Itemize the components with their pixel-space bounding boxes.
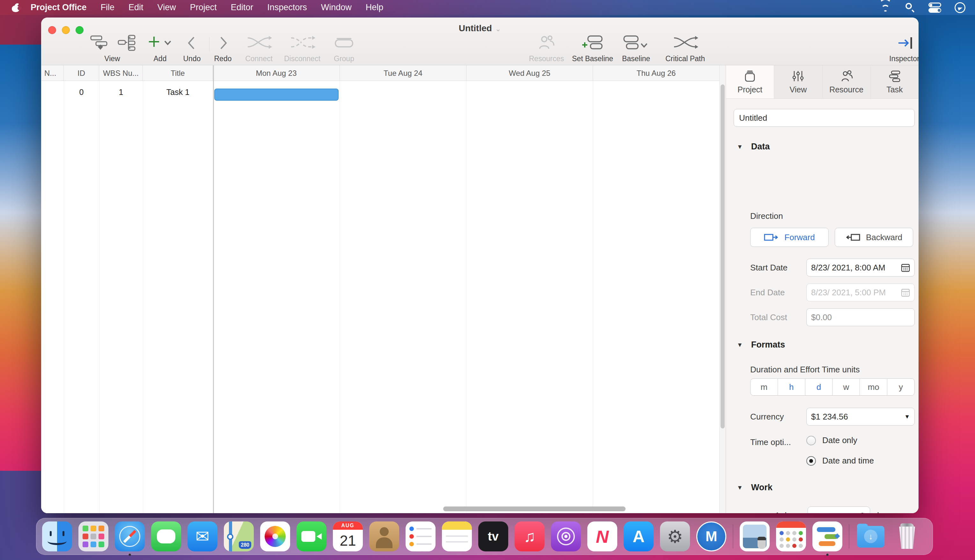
radio-unselected-icon[interactable] — [806, 436, 816, 445]
critical-path-button[interactable]: Critical Path — [666, 34, 705, 63]
unit-m[interactable]: m — [751, 379, 778, 395]
dock-news-icon[interactable]: N — [587, 522, 617, 552]
inspectors-icon[interactable] — [896, 34, 916, 52]
set-baseline-icon[interactable] — [579, 34, 607, 52]
unit-w[interactable]: w — [833, 379, 860, 395]
window-title: Untitled⌄ — [41, 23, 918, 33]
menu-item-window[interactable]: Window — [321, 3, 352, 12]
column-header-title[interactable]: Title — [143, 65, 213, 81]
disclosure-triangle-icon[interactable]: ▼ — [737, 342, 743, 348]
menu-item-inspectors[interactable]: Inspectors — [267, 3, 307, 12]
gantt-task-bar[interactable] — [214, 88, 339, 101]
vertical-scrollbar[interactable] — [719, 65, 726, 513]
dock-app-store-icon[interactable]: A — [624, 522, 654, 552]
menu-item-help[interactable]: Help — [366, 3, 383, 12]
dock-messages-icon[interactable] — [151, 522, 181, 552]
date-only-option[interactable]: Date only — [806, 435, 857, 445]
dock-downloads-icon[interactable]: ↓ — [856, 522, 886, 552]
disclosure-triangle-icon[interactable]: ▼ — [737, 143, 743, 150]
table-gantt-splitter[interactable] — [213, 65, 214, 513]
menu-item-view[interactable]: View — [157, 3, 176, 12]
unit-mo[interactable]: mo — [860, 379, 887, 395]
currency-label: Currency — [750, 412, 784, 422]
baseline-icon[interactable] — [621, 34, 651, 52]
undo-button[interactable]: Undo — [183, 34, 201, 63]
add-button[interactable]: Add — [146, 34, 174, 63]
menu-app-name[interactable]: Project Office — [31, 3, 87, 12]
backward-button[interactable]: Backward — [835, 228, 913, 247]
critical-path-icon[interactable] — [668, 34, 703, 52]
unit-h[interactable]: h — [778, 379, 805, 395]
inspectors-button[interactable]: Inspectors — [889, 34, 918, 63]
calendar-icon[interactable] — [901, 263, 910, 272]
dock-notes-icon[interactable] — [442, 522, 472, 552]
dock-project-office-icon[interactable] — [813, 522, 842, 552]
dock-system-preferences-icon[interactable]: ⚙ — [660, 522, 690, 552]
forward-button[interactable]: Forward — [750, 228, 829, 247]
set-baseline-button[interactable]: Set Baseline — [572, 34, 613, 63]
table-row[interactable]: 0 1 Task 1 — [41, 81, 213, 103]
dock-reminders-icon[interactable] — [406, 522, 435, 552]
menu-item-editor[interactable]: Editor — [231, 3, 254, 12]
undo-icon[interactable] — [183, 34, 201, 52]
resource-tab-icon — [840, 70, 853, 83]
column-header-id[interactable]: ID — [64, 65, 99, 81]
start-date-field[interactable]: 8/23/ 2021, 8:00 AM — [806, 259, 915, 277]
currency-dropdown[interactable]: $1 234.56 ▼ — [806, 408, 915, 425]
column-header-wbs[interactable]: WBS Nu... — [99, 65, 143, 81]
disclosure-triangle-icon[interactable]: ▼ — [737, 484, 743, 491]
dock-facetime-icon[interactable] — [296, 522, 326, 552]
dock-music-icon[interactable]: ♫ — [515, 522, 545, 552]
search-icon[interactable] — [905, 3, 915, 12]
dock-safari-icon[interactable] — [115, 522, 145, 552]
dock-calendar-icon[interactable]: AUG 21 — [333, 522, 363, 552]
dock-photos-icon[interactable] — [260, 522, 290, 552]
date-and-time-option[interactable]: Date and time — [806, 456, 874, 466]
dock-podcasts-icon[interactable] — [551, 522, 581, 552]
calendar-icon — [901, 288, 910, 297]
unit-d[interactable]: d — [805, 379, 833, 395]
project-name-input[interactable] — [734, 109, 915, 127]
apple-menu-icon[interactable] — [12, 3, 20, 12]
redo-icon[interactable] — [214, 34, 232, 52]
dock-maps-icon[interactable]: 280 — [224, 522, 254, 552]
menu-item-file[interactable]: File — [101, 3, 115, 12]
view-buttons[interactable]: View — [89, 34, 135, 63]
dock-contacts-icon[interactable] — [369, 522, 399, 552]
column-header-notes[interactable]: N... — [41, 65, 64, 81]
redo-button[interactable]: Redo — [214, 34, 232, 63]
menu-item-edit[interactable]: Edit — [129, 3, 144, 12]
tab-resource[interactable]: Resource — [823, 65, 871, 98]
vertical-scrollbar-thumb[interactable] — [721, 84, 725, 428]
dock-m-app-icon[interactable]: M — [696, 522, 726, 552]
dock-planner-app-icon[interactable] — [776, 522, 806, 552]
tab-task[interactable]: Task — [871, 65, 918, 98]
work-section-header[interactable]: ▼Work — [737, 483, 773, 492]
running-indicator — [129, 553, 131, 556]
dock-photo-app-icon[interactable] — [740, 522, 770, 552]
dock-mail-icon[interactable]: ✉ — [187, 522, 217, 552]
dock-finder-icon[interactable] — [42, 522, 72, 552]
desktop: Project Office File Edit View Project Ed… — [0, 0, 975, 560]
unit-y[interactable]: y — [887, 379, 915, 395]
data-section-header[interactable]: ▼Data — [737, 142, 770, 152]
formats-section-header[interactable]: ▼Formats — [737, 340, 785, 350]
control-center-icon[interactable] — [928, 3, 941, 13]
horizontal-scrollbar-thumb[interactable] — [443, 507, 625, 511]
baseline-button[interactable]: Baseline — [621, 34, 651, 63]
gantt-day-header-3: Wed Aug 25 — [466, 65, 593, 81]
menu-item-project[interactable]: Project — [190, 3, 217, 12]
gantt-view-icon[interactable] — [89, 34, 135, 52]
add-icon[interactable] — [146, 34, 174, 52]
title-chevron-icon[interactable]: ⌄ — [495, 25, 501, 33]
dock-trash-icon[interactable] — [892, 522, 922, 552]
group-icon — [329, 34, 358, 52]
wifi-icon[interactable] — [879, 3, 892, 13]
tab-view[interactable]: View — [774, 65, 822, 98]
dock-apple-tv-icon[interactable]: tv — [478, 522, 508, 552]
dock-launchpad-icon[interactable] — [79, 522, 109, 552]
tab-project[interactable]: Project — [726, 65, 774, 98]
hours-per-day-input[interactable] — [808, 507, 870, 513]
radio-selected-icon[interactable] — [806, 456, 816, 466]
status-compass-icon[interactable] — [955, 2, 965, 13]
